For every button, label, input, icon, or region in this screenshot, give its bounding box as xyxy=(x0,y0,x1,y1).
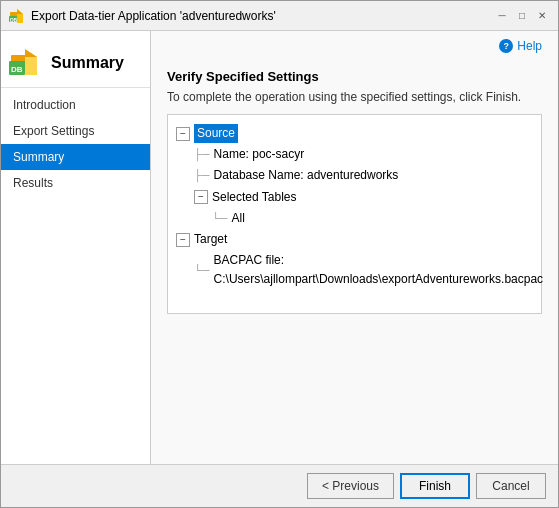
tree-container: − Source ├─ Name: poc-sacyr ├─ Database … xyxy=(167,114,542,314)
help-label: Help xyxy=(517,39,542,53)
help-icon: ? xyxy=(499,39,513,53)
tree-toggle-selected-tables[interactable]: − xyxy=(194,190,208,204)
section-title: Verify Specified Settings xyxy=(167,69,542,84)
app-icon: DB xyxy=(9,8,25,24)
main-content: DB Summary Introduction Export Settings … xyxy=(1,31,558,464)
title-text: Export Data-tier Application 'adventured… xyxy=(31,9,276,23)
tree-node-selected-tables: − Selected Tables xyxy=(176,187,533,208)
tree-toggle-target[interactable]: − xyxy=(176,233,190,247)
tree-node-name: ├─ Name: poc-sacyr xyxy=(176,144,533,165)
tree-node-bacpac: └─ BACPAC file: C:\Users\ajllompart\Down… xyxy=(176,250,533,290)
cancel-button[interactable]: Cancel xyxy=(476,473,546,499)
svg-marker-7 xyxy=(25,49,37,57)
page-title: Summary xyxy=(51,54,124,72)
tree-label-selected-tables: Selected Tables xyxy=(212,188,297,207)
svg-marker-2 xyxy=(17,9,23,14)
tree-toggle-source[interactable]: − xyxy=(176,127,190,141)
previous-button[interactable]: < Previous xyxy=(307,473,394,499)
sidebar-item-results[interactable]: Results xyxy=(1,170,150,196)
svg-text:DB: DB xyxy=(10,17,18,23)
tree-node-target: − Target xyxy=(176,229,533,250)
tree-node-source: − Source xyxy=(176,123,533,144)
maximize-button[interactable]: □ xyxy=(514,8,530,24)
section-desc: To complete the operation using the spec… xyxy=(167,90,542,104)
tree-label-dbname: Database Name: adventuredworks xyxy=(214,166,399,185)
sidebar-header: DB Summary xyxy=(1,39,150,88)
content-header: ? Help xyxy=(151,31,558,61)
title-bar: DB Export Data-tier Application 'adventu… xyxy=(1,1,558,31)
sidebar-item-introduction[interactable]: Introduction xyxy=(1,92,150,118)
sidebar-item-export-settings[interactable]: Export Settings xyxy=(1,118,150,144)
close-button[interactable]: ✕ xyxy=(534,8,550,24)
tree-label-bacpac: BACPAC file: C:\Users\ajllompart\Downloa… xyxy=(214,251,543,289)
sidebar-header-icon: DB xyxy=(9,47,41,79)
minimize-button[interactable]: ─ xyxy=(494,8,510,24)
help-link[interactable]: ? Help xyxy=(499,39,542,53)
title-bar-left: DB Export Data-tier Application 'adventu… xyxy=(9,8,276,24)
sidebar: DB Summary Introduction Export Settings … xyxy=(1,31,151,464)
bottom-toolbar: < Previous Finish Cancel xyxy=(1,464,558,507)
tree-node-dbname: ├─ Database Name: adventuredworks xyxy=(176,165,533,186)
content-area: ? Help Verify Specified Settings To comp… xyxy=(151,31,558,464)
tree-label-name: Name: poc-sacyr xyxy=(214,145,305,164)
content-body: Verify Specified Settings To complete th… xyxy=(151,61,558,464)
tree-node-all: └─ All xyxy=(176,208,533,229)
svg-text:DB: DB xyxy=(11,65,23,74)
title-bar-controls: ─ □ ✕ xyxy=(494,8,550,24)
finish-button[interactable]: Finish xyxy=(400,473,470,499)
tree-label-target: Target xyxy=(194,230,227,249)
sidebar-item-summary[interactable]: Summary xyxy=(1,144,150,170)
tree-label-source: Source xyxy=(194,124,238,143)
tree-label-all: All xyxy=(232,209,245,228)
